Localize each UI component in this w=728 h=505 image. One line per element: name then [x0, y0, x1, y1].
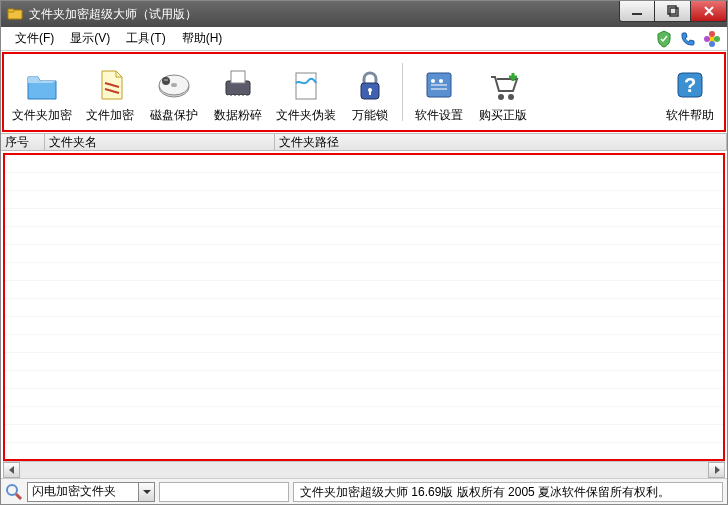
- toolbar: 文件夹加密 文件加密 磁盘保护 数据粉碎 文件夹伪装 万能锁 软件设置: [6, 56, 722, 128]
- folder-lock-icon: [22, 65, 62, 105]
- svg-rect-17: [296, 73, 316, 99]
- svg-point-25: [508, 94, 514, 100]
- tb-label: 文件夹加密: [12, 107, 72, 124]
- encrypt-type-input[interactable]: [28, 483, 138, 501]
- close-button[interactable]: [691, 1, 727, 22]
- col-path[interactable]: 文件夹路径: [275, 134, 727, 150]
- tb-label: 数据粉碎: [214, 107, 262, 124]
- tb-buy[interactable]: 购买正版: [471, 61, 535, 128]
- toolbar-separator: [402, 63, 403, 121]
- tb-label: 文件夹伪装: [276, 107, 336, 124]
- scroll-track[interactable]: [20, 462, 708, 478]
- tb-label: 软件帮助: [666, 107, 714, 124]
- chevron-down-icon[interactable]: [138, 483, 154, 501]
- window-title: 文件夹加密超级大师（试用版）: [29, 6, 197, 23]
- minimize-button[interactable]: [619, 1, 655, 22]
- svg-rect-4: [670, 8, 678, 16]
- svg-rect-1: [8, 9, 14, 12]
- svg-rect-2: [632, 13, 642, 15]
- tb-folder-encrypt[interactable]: 文件夹加密: [6, 61, 78, 128]
- status-bar: 文件夹加密超级大师 16.69版 版权所有 2005 夏冰软件保留所有权利。: [1, 478, 727, 504]
- settings-icon: [419, 65, 459, 105]
- tb-label: 文件加密: [86, 107, 134, 124]
- disk-icon: [154, 65, 194, 105]
- menu-tools[interactable]: 工具(T): [118, 27, 173, 50]
- svg-point-24: [498, 94, 504, 100]
- search-icon[interactable]: [5, 483, 23, 501]
- scroll-right-button[interactable]: [708, 462, 725, 478]
- toolbar-container: 文件夹加密 文件加密 磁盘保护 数据粉碎 文件夹伪装 万能锁 软件设置: [2, 52, 726, 132]
- help-icon: ?: [670, 65, 710, 105]
- list-rows: [5, 155, 723, 459]
- status-text: 文件夹加密超级大师 16.69版 版权所有 2005 夏冰软件保留所有权利。: [293, 482, 723, 502]
- window-controls: [619, 1, 727, 22]
- cart-icon: [483, 65, 523, 105]
- svg-point-8: [709, 41, 715, 47]
- title-bar: 文件夹加密超级大师（试用版）: [1, 1, 727, 27]
- tb-file-encrypt[interactable]: 文件加密: [78, 61, 142, 128]
- status-box: [159, 482, 289, 502]
- file-lock-icon: [90, 65, 130, 105]
- svg-rect-3: [668, 6, 676, 14]
- tb-settings[interactable]: 软件设置: [407, 61, 471, 128]
- shredder-icon: [218, 65, 258, 105]
- tb-folder-disguise[interactable]: 文件夹伪装: [270, 61, 342, 128]
- svg-point-22: [431, 79, 435, 83]
- menu-view[interactable]: 显示(V): [62, 27, 118, 50]
- hscrollbar[interactable]: [3, 461, 725, 478]
- svg-point-23: [439, 79, 443, 83]
- svg-point-6: [709, 31, 715, 37]
- tb-label: 软件设置: [415, 107, 463, 124]
- menu-file[interactable]: 文件(F): [7, 27, 62, 50]
- menu-help[interactable]: 帮助(H): [174, 27, 231, 50]
- svg-point-7: [714, 36, 720, 42]
- encrypt-type-combo[interactable]: [27, 482, 155, 502]
- menu-right-icons: [655, 30, 721, 48]
- menu-bar: 文件(F) 显示(V) 工具(T) 帮助(H): [1, 27, 727, 51]
- tb-disk-protect[interactable]: 磁盘保护: [142, 61, 206, 128]
- disguise-icon: [286, 65, 326, 105]
- tb-help[interactable]: ? 软件帮助: [658, 61, 722, 128]
- svg-text:?: ?: [684, 74, 696, 96]
- phone-icon[interactable]: [679, 30, 697, 48]
- list-header: 序号 文件夹名 文件夹路径: [1, 133, 727, 151]
- col-name[interactable]: 文件夹名: [45, 134, 275, 150]
- tb-label: 磁盘保护: [150, 107, 198, 124]
- scroll-left-button[interactable]: [3, 462, 20, 478]
- list-area[interactable]: [3, 153, 725, 461]
- tb-master-lock[interactable]: 万能锁: [342, 61, 398, 128]
- maximize-button[interactable]: [655, 1, 691, 22]
- svg-point-28: [7, 485, 17, 495]
- tb-data-shred[interactable]: 数据粉碎: [206, 61, 270, 128]
- tb-label: 购买正版: [479, 107, 527, 124]
- svg-rect-14: [164, 79, 168, 81]
- svg-rect-16: [231, 71, 245, 83]
- flower-icon[interactable]: [703, 30, 721, 48]
- col-seq[interactable]: 序号: [1, 134, 45, 150]
- svg-point-12: [171, 83, 177, 87]
- svg-rect-20: [369, 90, 371, 95]
- tb-label: 万能锁: [352, 107, 388, 124]
- app-icon: [7, 6, 23, 22]
- shield-icon[interactable]: [655, 30, 673, 48]
- lock-icon: [350, 65, 390, 105]
- svg-point-9: [704, 36, 710, 42]
